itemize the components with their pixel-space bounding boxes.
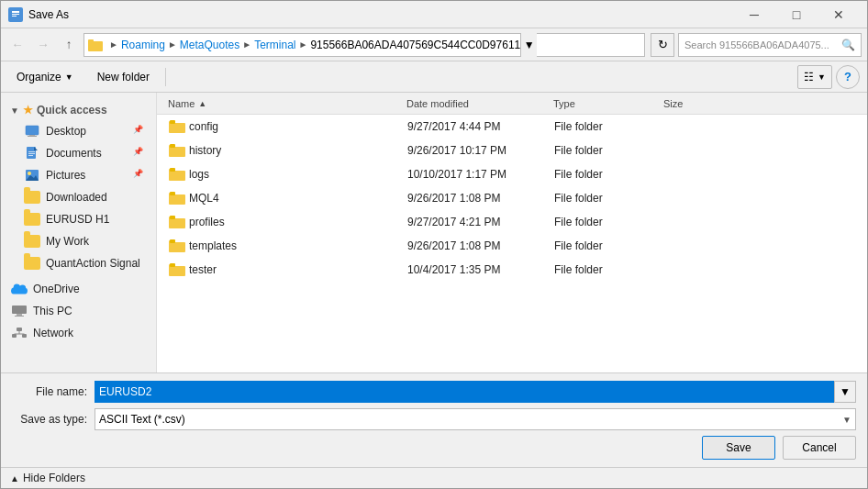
toolbar: Organize ▼ New folder ☷ ▼ ? — [1, 61, 867, 93]
title-bar: Save As ─ □ ✕ — [1, 1, 867, 28]
view-button[interactable]: ☷ ▼ — [797, 65, 832, 89]
up-button[interactable]: ↑ — [58, 34, 80, 56]
pictures-icon — [24, 168, 40, 183]
breadcrumb-roaming[interactable]: Roaming — [121, 39, 165, 51]
sidebar-item-onedrive[interactable]: OneDrive — [1, 278, 156, 300]
forward-button[interactable]: → — [32, 34, 54, 56]
refresh-button[interactable]: ↻ — [651, 33, 674, 57]
desktop-label: Desktop — [46, 125, 86, 138]
window-controls: ─ □ ✕ — [733, 1, 860, 28]
saveastype-select[interactable]: ASCII Text (*.csv) ▼ — [95, 408, 856, 430]
action-row: Save Cancel — [12, 436, 856, 460]
col-header-type[interactable]: Type — [550, 93, 660, 114]
sidebar-item-documents[interactable]: Documents 📌 — [1, 142, 156, 164]
filename-row: File name: ▼ — [12, 381, 856, 403]
onedrive-icon — [11, 282, 28, 296]
nav-bar: ← → ↑ ► Roaming ► MetaQuotes ► Terminal … — [1, 28, 867, 61]
sidebar-item-quantaction[interactable]: QuantAction Signal — [1, 252, 156, 274]
svg-rect-20 — [15, 316, 24, 317]
mywork-icon — [24, 234, 40, 249]
saveastype-row: Save as type: ASCII Text (*.csv) ▼ — [12, 408, 856, 430]
hide-folders-arrow: ▲ — [10, 473, 19, 483]
folder-icon — [169, 120, 185, 133]
sidebar-item-pictures[interactable]: Pictures 📌 — [1, 164, 156, 186]
cancel-button[interactable]: Cancel — [783, 436, 856, 460]
sidebar-item-desktop[interactable]: Desktop 📌 — [1, 120, 156, 142]
svg-rect-7 — [26, 126, 39, 135]
filename-dropdown-button[interactable]: ▼ — [834, 381, 856, 403]
pictures-label: Pictures — [46, 169, 85, 182]
quick-access-star-icon: ★ — [23, 104, 33, 117]
table-row[interactable]: MQL4 9/26/2017 1:08 PM File folder — [157, 186, 867, 210]
col-header-name[interactable]: Name ▲ — [164, 93, 403, 114]
col-header-date[interactable]: Date modified — [403, 93, 550, 114]
file-type-cell: File folder — [551, 216, 661, 228]
sidebar-item-network[interactable]: Network — [1, 322, 156, 344]
sidebar-item-mywork[interactable]: My Work — [1, 230, 156, 252]
file-date-cell: 10/10/2017 1:17 PM — [404, 168, 551, 181]
organize-label: Organize — [17, 71, 61, 83]
minimize-button[interactable]: ─ — [733, 1, 775, 28]
sidebar-item-thispc[interactable]: This PC — [1, 300, 156, 322]
folder-icon — [169, 192, 185, 205]
folder-icon — [169, 144, 185, 157]
breadcrumb-folder-icon — [88, 39, 106, 51]
svg-rect-41 — [170, 216, 175, 219]
svg-rect-12 — [28, 151, 35, 152]
new-folder-label: New folder — [97, 71, 150, 83]
svg-rect-44 — [170, 239, 175, 243]
table-row[interactable]: templates 9/26/2017 1:08 PM File folder — [157, 234, 867, 258]
svg-rect-6 — [88, 39, 94, 43]
table-row[interactable]: config 9/27/2017 4:44 PM File folder — [157, 115, 867, 139]
onedrive-label: OneDrive — [33, 283, 80, 295]
pictures-pin-icon: 📌 — [133, 169, 146, 182]
network-label: Network — [33, 327, 73, 339]
file-list-header: Name ▲ Date modified Type Size — [157, 93, 867, 115]
quick-access-section: ▼ ★ Quick access Desktop 📌 — [1, 96, 156, 278]
organize-dropdown-icon: ▼ — [65, 72, 73, 82]
view-dropdown-icon: ▼ — [818, 72, 826, 82]
table-row[interactable]: history 9/26/2017 10:17 PM File folder — [157, 139, 867, 162]
svg-rect-22 — [12, 334, 17, 338]
table-row[interactable]: logs 10/10/2017 1:17 PM File folder — [157, 162, 867, 186]
help-button[interactable]: ? — [836, 65, 860, 89]
address-dropdown-button[interactable]: ▼ — [520, 33, 537, 57]
quick-access-label: Quick access — [37, 104, 107, 117]
mywork-label: My Work — [46, 235, 89, 248]
file-date-cell: 9/26/2017 10:17 PM — [404, 144, 551, 157]
quick-access-header[interactable]: ▼ ★ Quick access — [1, 100, 156, 120]
downloaded-icon — [24, 190, 40, 205]
table-row[interactable]: tester 10/4/2017 1:35 PM File folder — [157, 258, 867, 282]
svg-rect-2 — [12, 14, 19, 15]
save-button[interactable]: Save — [702, 436, 775, 460]
breadcrumb-metaquotes[interactable]: MetaQuotes — [180, 39, 239, 51]
new-folder-button[interactable]: New folder — [89, 65, 158, 89]
col-type-label: Type — [553, 98, 575, 109]
col-header-size[interactable]: Size — [660, 93, 751, 114]
maximize-button[interactable]: □ — [775, 1, 818, 28]
svg-marker-11 — [34, 147, 38, 150]
saveastype-label: Save as type: — [12, 413, 95, 426]
sidebar-item-downloaded[interactable]: Downloaded — [1, 186, 156, 208]
svg-rect-47 — [170, 263, 175, 267]
hide-folders-bar[interactable]: ▲ Hide Folders — [1, 467, 867, 488]
svg-rect-23 — [22, 334, 27, 338]
back-button[interactable]: ← — [6, 34, 28, 56]
svg-rect-38 — [170, 192, 175, 195]
svg-rect-13 — [28, 153, 35, 154]
sidebar-item-eurusd[interactable]: EURUSD H1 — [1, 208, 156, 230]
search-box[interactable]: Search 915566BA06ADA4075... 🔍 — [678, 33, 862, 57]
file-name-cell: profiles — [165, 216, 404, 228]
address-bar[interactable]: ► Roaming ► MetaQuotes ► Terminal ► 9155… — [83, 33, 645, 57]
file-name-cell: logs — [165, 168, 404, 181]
table-row[interactable]: profiles 9/27/2017 4:21 PM File folder — [157, 210, 867, 234]
svg-rect-21 — [17, 328, 22, 331]
organize-button[interactable]: Organize ▼ — [8, 65, 82, 89]
breadcrumb-terminal[interactable]: Terminal — [254, 39, 295, 51]
close-button[interactable]: ✕ — [818, 1, 860, 28]
filename-input[interactable] — [95, 381, 834, 403]
eurusd-icon — [24, 212, 40, 227]
desktop-icon — [24, 124, 40, 139]
file-area: Name ▲ Date modified Type Size — [157, 93, 867, 372]
folder-icon — [169, 216, 185, 228]
